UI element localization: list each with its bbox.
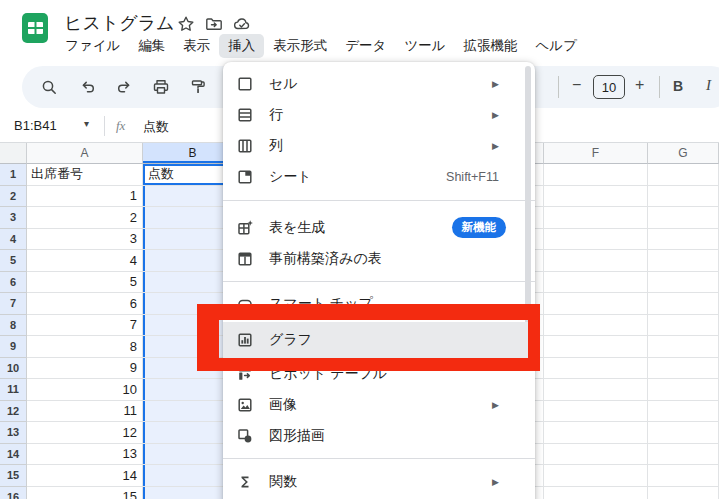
- cell[interactable]: [544, 293, 648, 315]
- cell[interactable]: [544, 465, 648, 487]
- cell[interactable]: [544, 358, 648, 380]
- cell[interactable]: [544, 487, 648, 499]
- row-header-1[interactable]: 1: [0, 164, 27, 186]
- menubar-item[interactable]: ツール: [395, 34, 454, 58]
- cell-a7[interactable]: 6: [27, 293, 143, 315]
- sheets-logo[interactable]: [21, 12, 51, 44]
- cell[interactable]: [648, 272, 719, 294]
- insert-menu-item[interactable]: シートShift+F11: [223, 161, 535, 192]
- column-header-f[interactable]: F: [544, 143, 648, 164]
- column-header-g[interactable]: G: [648, 143, 719, 164]
- row-header-8[interactable]: 8: [0, 315, 27, 337]
- cell-a8[interactable]: 7: [27, 315, 143, 337]
- row-header-4[interactable]: 4: [0, 229, 27, 251]
- cell[interactable]: [648, 207, 719, 229]
- cell[interactable]: [544, 422, 648, 444]
- row-header-15[interactable]: 15: [0, 465, 27, 487]
- row-header-9[interactable]: 9: [0, 336, 27, 358]
- cell-a6[interactable]: 5: [27, 272, 143, 294]
- cell[interactable]: [544, 379, 648, 401]
- select-all-button[interactable]: [0, 143, 27, 164]
- row-header-2[interactable]: 2: [0, 186, 27, 208]
- cell[interactable]: [648, 229, 719, 251]
- name-box-dropdown-arrow[interactable]: ▾: [84, 118, 89, 129]
- menubar-item[interactable]: 編集: [129, 34, 174, 58]
- insert-menu-item[interactable]: 表を生成新機能: [223, 212, 535, 243]
- row-header-10[interactable]: 10: [0, 358, 27, 380]
- cell[interactable]: [648, 487, 719, 499]
- row-header-14[interactable]: 14: [0, 444, 27, 466]
- cell[interactable]: [648, 164, 719, 186]
- menubar-item[interactable]: ヘルプ: [527, 34, 586, 58]
- cell-a15[interactable]: 14: [27, 465, 143, 487]
- cell[interactable]: [544, 229, 648, 251]
- paint-format-icon[interactable]: [189, 78, 207, 96]
- row-header-12[interactable]: 12: [0, 401, 27, 423]
- cell[interactable]: [648, 444, 719, 466]
- bold-button[interactable]: B: [673, 78, 683, 94]
- menubar-item[interactable]: ファイル: [56, 34, 129, 58]
- insert-menu-item[interactable]: 画像▶: [223, 389, 535, 420]
- cell[interactable]: [648, 465, 719, 487]
- row-header-6[interactable]: 6: [0, 272, 27, 294]
- cell[interactable]: [544, 186, 648, 208]
- cell[interactable]: [544, 164, 648, 186]
- cloud-check-icon[interactable]: [233, 15, 251, 33]
- row-header-16[interactable]: 16: [0, 487, 27, 499]
- italic-button[interactable]: I: [706, 77, 711, 94]
- move-folder-icon[interactable]: [205, 15, 223, 33]
- name-box[interactable]: B1:B41: [14, 118, 57, 133]
- undo-icon[interactable]: [79, 78, 97, 96]
- cell[interactable]: [648, 379, 719, 401]
- search-icon[interactable]: [40, 78, 58, 96]
- cell-a13[interactable]: 12: [27, 422, 143, 444]
- menubar-item[interactable]: 表示: [174, 34, 219, 58]
- cell[interactable]: [544, 250, 648, 272]
- cell-a2[interactable]: 1: [27, 186, 143, 208]
- row-header-11[interactable]: 11: [0, 379, 27, 401]
- decrease-font-size-button[interactable]: −: [572, 76, 581, 94]
- insert-menu-item[interactable]: 関数▶: [223, 466, 535, 497]
- menubar-item[interactable]: 挿入: [219, 34, 264, 58]
- cell[interactable]: [544, 401, 648, 423]
- cell[interactable]: [544, 444, 648, 466]
- cell-a11[interactable]: 10: [27, 379, 143, 401]
- menubar-item[interactable]: データ: [336, 34, 395, 58]
- insert-menu-item[interactable]: 図形描画: [223, 420, 535, 451]
- cell[interactable]: [648, 293, 719, 315]
- menubar-item[interactable]: 表示形式: [264, 34, 336, 58]
- cell[interactable]: [648, 422, 719, 444]
- cell-a1[interactable]: 出席番号: [27, 164, 143, 186]
- insert-menu-item[interactable]: 列▶: [223, 130, 535, 161]
- font-size-input[interactable]: 10: [593, 75, 625, 99]
- print-icon[interactable]: [152, 78, 170, 96]
- cell[interactable]: [648, 336, 719, 358]
- cell-a16[interactable]: 15: [27, 487, 143, 499]
- row-header-7[interactable]: 7: [0, 293, 27, 315]
- row-header-3[interactable]: 3: [0, 207, 27, 229]
- cell-a14[interactable]: 13: [27, 444, 143, 466]
- cell[interactable]: [648, 315, 719, 337]
- insert-menu-item[interactable]: 行▶: [223, 99, 535, 130]
- cell[interactable]: [648, 401, 719, 423]
- formula-input[interactable]: 点数: [143, 118, 169, 136]
- row-header-13[interactable]: 13: [0, 422, 27, 444]
- redo-icon[interactable]: [115, 78, 133, 96]
- cell[interactable]: [544, 336, 648, 358]
- cell-a12[interactable]: 11: [27, 401, 143, 423]
- cell-a3[interactable]: 2: [27, 207, 143, 229]
- insert-menu-item[interactable]: 事前構築済みの表: [223, 243, 535, 274]
- column-header-a[interactable]: A: [27, 143, 143, 164]
- cell[interactable]: [544, 207, 648, 229]
- cell-a10[interactable]: 9: [27, 358, 143, 380]
- cell-a5[interactable]: 4: [27, 250, 143, 272]
- row-header-5[interactable]: 5: [0, 250, 27, 272]
- increase-font-size-button[interactable]: +: [635, 76, 644, 94]
- cell-a9[interactable]: 8: [27, 336, 143, 358]
- cell[interactable]: [544, 315, 648, 337]
- cell[interactable]: [648, 250, 719, 272]
- cell-a4[interactable]: 3: [27, 229, 143, 251]
- star-icon[interactable]: [177, 15, 195, 33]
- cell[interactable]: [544, 272, 648, 294]
- menubar-item[interactable]: 拡張機能: [455, 34, 527, 58]
